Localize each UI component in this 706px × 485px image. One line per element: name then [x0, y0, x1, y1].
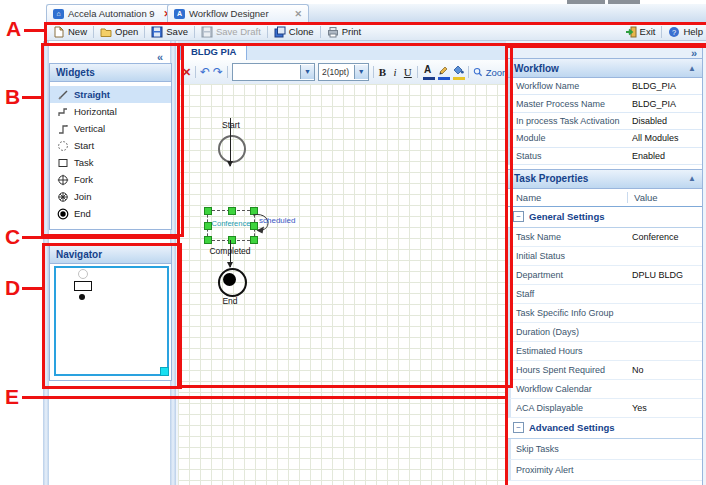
row-name: In process Task Activation [516, 116, 632, 126]
widget-item-straight[interactable]: Straight [50, 86, 171, 103]
property-row[interactable]: Department DPLU BLDG [508, 266, 702, 285]
italic-button[interactable]: i [390, 66, 400, 78]
open-folder-icon [100, 26, 112, 38]
new-button[interactable]: New [48, 24, 92, 39]
widget-item-horizontal[interactable]: Horizontal [50, 103, 171, 120]
workflow-section-title: Workflow [514, 63, 559, 74]
property-row[interactable]: Task Name Conference [508, 228, 702, 247]
row-name: Hours Spent Required [516, 365, 632, 375]
property-row[interactable]: Staff [508, 285, 702, 304]
property-row[interactable]: Workflow Calendar [508, 380, 702, 399]
font-color-button[interactable]: A [422, 64, 434, 80]
row-name: Staff [516, 289, 632, 299]
collapse-group-icon[interactable]: − [513, 211, 524, 222]
toolbar-separator [661, 26, 662, 38]
workflow-row: Master Process Name BLDG_PIA [508, 95, 702, 112]
canvas-tabstrip: BLDG PIA [178, 41, 506, 61]
svg-text:?: ? [672, 27, 676, 36]
collapse-section-icon[interactable]: ▲ [688, 64, 696, 73]
property-row[interactable]: Skip Tasks [508, 439, 702, 460]
row-value: BLDG_PIA [632, 99, 702, 109]
section-title: General Settings [529, 211, 605, 222]
property-row[interactable]: ACA Displayable Yes [508, 399, 702, 418]
exit-button[interactable]: Exit [620, 24, 661, 39]
toolbar-separator [144, 26, 145, 38]
widget-item-task[interactable]: Task [50, 154, 171, 171]
row-name: Workflow Name [516, 81, 632, 91]
property-row[interactable]: Hours Spent Required No [508, 361, 702, 380]
annotation-line-b [22, 96, 41, 99]
task-node-conference[interactable]: Conference [207, 210, 255, 241]
collapse-panel-icon[interactable]: » [691, 48, 697, 58]
canvas-grid[interactable]: Start Conference scheduled [178, 84, 506, 485]
property-row[interactable]: Duration (Days) [508, 323, 702, 342]
collapse-group-icon[interactable]: − [513, 422, 524, 433]
font-family-select[interactable]: ▼ [232, 63, 315, 81]
widget-item-join[interactable]: Join [50, 188, 171, 205]
fill-color-button[interactable] [452, 64, 464, 80]
selection-handle[interactable] [204, 207, 212, 215]
advanced-settings-header[interactable]: − Advanced Settings [508, 418, 702, 439]
browser-tab-accela-automation[interactable]: ⌂ Accela Automation 9 ✕ [46, 4, 178, 22]
minimap-resize-handle[interactable] [160, 367, 169, 376]
widget-item-vertical[interactable]: Vertical [50, 120, 171, 137]
save-button[interactable]: Save [146, 24, 193, 39]
line-color-button[interactable] [437, 64, 449, 80]
arrowhead-icon [227, 161, 233, 167]
help-button[interactable]: ? Help [663, 24, 706, 39]
navigator-panel: Navigator [49, 245, 172, 381]
row-name: Task Name [516, 232, 632, 242]
selection-handle[interactable] [204, 222, 212, 230]
clone-button[interactable]: Clone [269, 24, 319, 39]
collapse-section-icon[interactable]: ▲ [688, 174, 696, 183]
underline-button[interactable]: U [403, 66, 413, 78]
bold-button[interactable]: B [377, 66, 387, 78]
widgets-title: Widgets [56, 67, 95, 78]
home-icon: ⌂ [53, 9, 64, 19]
property-row[interactable]: Proximity Alert [508, 460, 702, 481]
print-button[interactable]: Print [322, 24, 367, 39]
save-draft-button[interactable]: Save Draft [196, 24, 266, 39]
end-node[interactable] [218, 268, 247, 297]
widget-label: Task [74, 157, 94, 168]
selection-handle[interactable] [228, 207, 236, 215]
redo-icon[interactable]: ↷ [213, 66, 223, 78]
save-draft-floppy-icon [201, 26, 213, 38]
collapse-sidebar-icon[interactable]: « [157, 52, 163, 62]
open-button[interactable]: Open [95, 24, 143, 39]
vertical-connector-icon [57, 123, 69, 135]
widget-label: Fork [74, 174, 93, 185]
sub-process-header[interactable]: − Sub Process [508, 481, 702, 485]
widget-item-start[interactable]: Start [50, 137, 171, 154]
delete-icon[interactable]: ✕ [182, 66, 191, 79]
task-properties-section-header[interactable]: Task Properties ▲ [508, 169, 702, 189]
property-row[interactable]: Estimated Hours [508, 342, 702, 361]
canvas-tab-bldg-pia[interactable]: BLDG PIA [180, 43, 247, 60]
property-row[interactable]: Task Specific Info Group [508, 304, 702, 323]
general-settings-header[interactable]: − General Settings [508, 207, 702, 228]
close-tab-icon[interactable]: ✕ [294, 9, 302, 19]
row-name: Master Process Name [516, 99, 632, 109]
end-node-fill [223, 273, 236, 286]
widget-item-fork[interactable]: Fork [50, 171, 171, 188]
start-node[interactable] [218, 135, 246, 163]
property-row[interactable]: Initial Status [508, 247, 702, 266]
workflow-section-header[interactable]: Workflow ▲ [508, 58, 702, 78]
fill-color-swatch [453, 77, 465, 80]
font-size-select[interactable]: 2(10pt) ▼ [318, 63, 369, 81]
clone-label: Clone [289, 26, 314, 37]
widgets-panel: Widgets Straight Horizontal Vertical Sta… [49, 63, 172, 230]
browser-tab-workflow-designer[interactable]: A Workflow Designer ✕ [167, 4, 309, 22]
toolbar-separator [417, 66, 418, 78]
row-value: All Modules [632, 133, 702, 143]
undo-icon[interactable]: ↶ [200, 66, 210, 78]
toolbar-separator [227, 66, 228, 78]
widget-item-end[interactable]: End [50, 205, 171, 222]
selection-handle[interactable] [204, 236, 212, 244]
toolbar-separator [93, 26, 94, 38]
toolbar-separator [194, 26, 195, 38]
navigator-minimap[interactable] [54, 266, 169, 376]
exit-icon [625, 26, 637, 38]
selection-handle[interactable] [250, 236, 258, 244]
connector-line[interactable] [230, 118, 231, 166]
